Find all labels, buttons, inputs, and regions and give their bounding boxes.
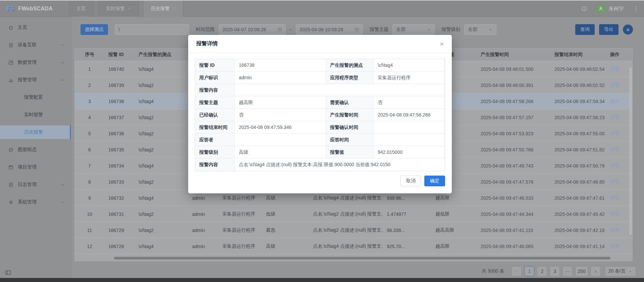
detail-label: 需要确认: [326, 96, 374, 109]
detail-label: 报警 ID: [195, 59, 235, 72]
detail-label: 报警主题: [195, 96, 235, 109]
detail-label: 报警级别: [195, 146, 235, 158]
detail-value: [235, 134, 326, 146]
detail-value: [235, 84, 445, 96]
modal-header: 报警详情 ×: [188, 35, 452, 53]
detail-label: 报警结束时间: [195, 121, 235, 134]
detail-value: admin: [235, 72, 326, 84]
detail-label: 用户标识: [195, 72, 235, 84]
detail-value: 高级: [235, 146, 326, 158]
detail-value: 2025-04-08 09:47:59.346: [235, 121, 326, 134]
detail-label: 产生报警时间: [326, 109, 374, 121]
confirm-button[interactable]: 确定: [424, 176, 445, 186]
detail-label: 应答者: [195, 134, 235, 146]
detail-label: 报警内容: [195, 158, 235, 171]
app-root: F5 FWebSCADA 主页 实时报警 × 历史报警 ×: [0, 0, 644, 282]
detail-value: [374, 121, 445, 134]
detail-label: 报警值: [326, 146, 374, 158]
detail-value: 2025-04-08 09:47:58.268: [374, 109, 445, 121]
detail-value: 否: [374, 96, 445, 109]
detail-value: 否: [235, 109, 326, 121]
close-icon[interactable]: ×: [440, 41, 444, 47]
detail-value: 166738: [235, 59, 326, 72]
modal-body: 报警 ID 166738 产生报警的测点 \cl\tag4 用户标识 admin…: [188, 53, 452, 174]
detail-value: [374, 134, 445, 146]
modal-footer: 取消 确定: [188, 174, 452, 193]
detail-label: 产生报警的测点: [326, 59, 374, 72]
detail-label: 报警内容: [195, 84, 235, 96]
cancel-button[interactable]: 取消: [400, 176, 421, 186]
detail-label: 已经确认: [195, 109, 235, 121]
detail-value: 942.015000: [374, 146, 445, 158]
detail-label: 报警确认时间: [326, 121, 374, 134]
modal-title: 报警详情: [196, 40, 218, 47]
detail-label: 应用程序类型: [326, 72, 374, 84]
alarm-detail-table: 报警 ID 166738 产生报警的测点 \cl\tag4 用户标识 admin…: [195, 59, 445, 171]
detail-label: 应答时间: [326, 134, 374, 146]
detail-value: 点名:\cl\tag4 点描述:(null) 报警文本:高报 限值:900.00…: [235, 158, 445, 171]
alarm-detail-modal: 报警详情 × 报警 ID 166738 产生报警的测点 \cl\tag4 用户标…: [188, 35, 452, 193]
detail-value: 采集器运行程序: [374, 72, 445, 84]
detail-value: 越高限: [235, 96, 326, 109]
detail-value: \cl\tag4: [374, 59, 445, 72]
